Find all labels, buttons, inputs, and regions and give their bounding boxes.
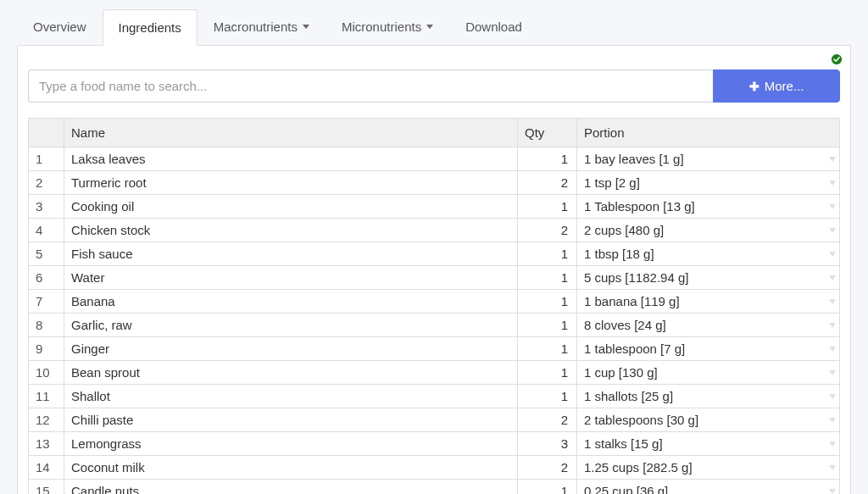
row-portion[interactable]: 1 tablespoon [7 g] xyxy=(577,337,840,361)
filter-icon[interactable] xyxy=(829,180,836,186)
search-row: ✚ More... xyxy=(18,46,850,118)
row-name[interactable]: Garlic, raw xyxy=(64,314,518,337)
row-portion[interactable]: 1 banana [119 g] xyxy=(577,290,840,314)
row-qty[interactable]: 3 xyxy=(518,432,577,456)
more-button[interactable]: ✚ More... xyxy=(713,69,840,103)
table-row[interactable]: 11Shallot11 shallots [25 g] xyxy=(29,385,840,408)
filter-icon[interactable] xyxy=(829,347,836,352)
tab-label: Ingredients xyxy=(119,20,181,35)
filter-icon[interactable] xyxy=(829,204,836,209)
row-name[interactable]: Cooking oil xyxy=(64,195,518,219)
tab-label: Download xyxy=(465,19,522,34)
filter-icon[interactable] xyxy=(829,275,836,280)
row-name[interactable]: Banana xyxy=(64,290,518,314)
table-row[interactable]: 5Fish sauce11 tbsp [18 g] xyxy=(29,242,840,266)
table-row[interactable]: 12Chilli paste22 tablespoons [30 g] xyxy=(29,408,840,432)
tab-label: Macronutrients xyxy=(214,19,298,34)
row-index: 8 xyxy=(29,314,64,337)
row-name[interactable]: Laksa leaves xyxy=(64,147,518,171)
header-qty[interactable]: Qty xyxy=(518,119,577,147)
tab-micronutrients[interactable]: Micronutrients xyxy=(326,8,449,45)
row-portion[interactable]: 1 tsp [2 g] xyxy=(577,171,840,195)
search-input[interactable] xyxy=(28,69,713,103)
row-index: 2 xyxy=(29,171,64,195)
filter-icon[interactable] xyxy=(829,252,836,257)
table-row[interactable]: 14Coconut milk21.25 cups [282.5 g] xyxy=(29,456,840,480)
row-portion[interactable]: 5 cups [1182.94 g] xyxy=(577,266,840,290)
row-qty[interactable]: 1 xyxy=(518,314,577,337)
filter-icon[interactable] xyxy=(829,489,836,494)
row-index: 14 xyxy=(29,456,64,480)
row-portion[interactable]: 1 stalks [15 g] xyxy=(577,432,840,456)
table-row[interactable]: 10Bean sprout11 cup [130 g] xyxy=(29,361,840,385)
row-qty[interactable]: 1 xyxy=(518,195,577,219)
table-row[interactable]: 15Candle nuts10.25 cup [36 g] xyxy=(29,480,840,495)
filter-icon[interactable] xyxy=(829,323,836,328)
filter-icon[interactable] xyxy=(829,228,836,233)
row-index: 15 xyxy=(29,480,64,495)
row-name[interactable]: Lemongrass xyxy=(64,432,518,456)
row-portion[interactable]: 1 cup [130 g] xyxy=(577,361,840,385)
row-portion[interactable]: 1 Tablespoon [13 g] xyxy=(577,195,840,219)
filter-icon[interactable] xyxy=(829,441,836,447)
header-name[interactable]: Name xyxy=(64,119,518,147)
row-index: 1 xyxy=(29,147,64,171)
row-qty[interactable]: 1 xyxy=(518,480,577,495)
row-portion[interactable]: 2 cups [480 g] xyxy=(577,219,840,242)
row-portion[interactable]: 2 tablespoons [30 g] xyxy=(577,408,840,432)
tab-overview[interactable]: Overview xyxy=(17,8,103,45)
filter-icon[interactable] xyxy=(829,370,836,375)
row-qty[interactable]: 1 xyxy=(518,147,577,171)
row-index: 10 xyxy=(29,361,64,385)
row-name[interactable]: Fish sauce xyxy=(64,242,518,266)
row-qty[interactable]: 1 xyxy=(518,266,577,290)
table-row[interactable]: 13Lemongrass31 stalks [15 g] xyxy=(29,432,840,456)
row-portion[interactable]: 8 cloves [24 g] xyxy=(577,314,840,337)
filter-icon[interactable] xyxy=(829,394,836,399)
row-index: 13 xyxy=(29,432,64,456)
tab-ingredients[interactable]: Ingredients xyxy=(103,9,198,46)
table-row[interactable]: 3Cooking oil11 Tablespoon [13 g] xyxy=(29,195,840,219)
row-name[interactable]: Bean sprout xyxy=(64,361,518,385)
filter-icon[interactable] xyxy=(829,465,836,470)
chevron-down-icon xyxy=(303,25,309,29)
row-name[interactable]: Water xyxy=(64,266,518,290)
row-qty[interactable]: 1 xyxy=(518,242,577,266)
tab-download[interactable]: Download xyxy=(449,8,538,45)
table-row[interactable]: 2Turmeric root21 tsp [2 g] xyxy=(29,171,840,195)
row-name[interactable]: Chilli paste xyxy=(64,408,518,432)
filter-icon[interactable] xyxy=(829,157,836,162)
row-name[interactable]: Shallot xyxy=(64,385,518,408)
row-portion[interactable]: 1 shallots [25 g] xyxy=(577,385,840,408)
row-portion[interactable]: 1.25 cups [282.5 g] xyxy=(577,456,840,480)
row-name[interactable]: Chicken stock xyxy=(64,219,518,242)
row-name[interactable]: Candle nuts xyxy=(64,480,518,495)
row-index: 3 xyxy=(29,195,64,219)
row-qty[interactable]: 2 xyxy=(518,408,577,432)
table-row[interactable]: 8Garlic, raw18 cloves [24 g] xyxy=(29,314,840,337)
row-qty[interactable]: 2 xyxy=(518,171,577,195)
row-index: 11 xyxy=(29,385,64,408)
row-name[interactable]: Ginger xyxy=(64,337,518,361)
more-button-label: More... xyxy=(765,79,804,93)
row-name[interactable]: Coconut milk xyxy=(64,456,518,480)
table-row[interactable]: 7Banana11 banana [119 g] xyxy=(29,290,840,314)
row-qty[interactable]: 1 xyxy=(518,290,577,314)
row-qty[interactable]: 1 xyxy=(518,361,577,385)
filter-icon[interactable] xyxy=(829,418,836,423)
row-portion[interactable]: 0.25 cup [36 g] xyxy=(577,480,840,495)
table-row[interactable]: 6Water15 cups [1182.94 g] xyxy=(29,266,840,290)
filter-icon[interactable] xyxy=(829,299,836,304)
row-portion[interactable]: 1 bay leaves [1 g] xyxy=(577,147,840,171)
tab-macronutrients[interactable]: Macronutrients xyxy=(198,8,326,45)
table-row[interactable]: 9Ginger11 tablespoon [7 g] xyxy=(29,337,840,361)
row-name[interactable]: Turmeric root xyxy=(64,171,518,195)
row-qty[interactable]: 2 xyxy=(518,219,577,242)
row-portion[interactable]: 1 tbsp [18 g] xyxy=(577,242,840,266)
row-qty[interactable]: 2 xyxy=(518,456,577,480)
table-row[interactable]: 4Chicken stock22 cups [480 g] xyxy=(29,219,840,242)
row-qty[interactable]: 1 xyxy=(518,337,577,361)
table-row[interactable]: 1Laksa leaves11 bay leaves [1 g] xyxy=(29,147,840,171)
header-portion[interactable]: Portion xyxy=(577,119,840,147)
row-qty[interactable]: 1 xyxy=(518,385,577,408)
